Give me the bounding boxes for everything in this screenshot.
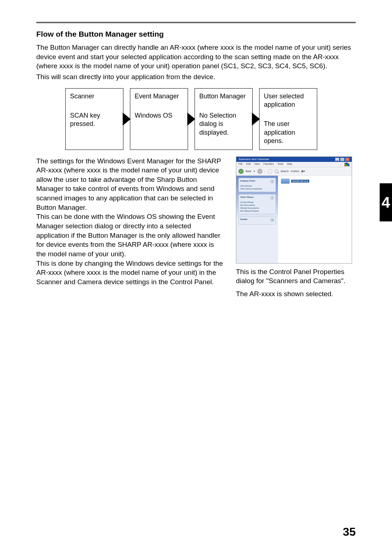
minimize-icon: _	[335, 158, 339, 161]
screenshot-scanners-cameras: Scanners and Cameras _ □ × File Edit Vie…	[236, 156, 352, 264]
flow-diagram: Scanner SCAN key pressed. Event Manager …	[65, 88, 356, 150]
collapse-icon: ^	[270, 196, 274, 200]
collapse-icon: ^	[270, 180, 274, 183]
menu-file: File	[238, 163, 242, 166]
side-item: Shared Documents	[240, 207, 274, 209]
menu-bar: File Edit View Favorites Tools Help	[236, 162, 352, 167]
close-icon: ×	[345, 158, 350, 161]
side-item: Get pictures	[240, 184, 274, 187]
flow-box-label: Scanner	[70, 92, 119, 101]
arrow-icon	[187, 113, 195, 126]
side-item: View device properties	[240, 187, 274, 190]
flow-box-label: Event Manager	[135, 92, 183, 101]
flow-box-event-manager: Event Manager Windows OS	[130, 88, 188, 150]
expand-icon: v	[270, 218, 274, 222]
flow-box-detail: SCAN key pressed.	[70, 111, 119, 128]
windows-flag-icon	[344, 163, 350, 166]
menu-edit: Edit	[246, 163, 250, 166]
views-icon: ▦▾	[301, 170, 305, 173]
body-paragraph: The settings for the Windows Event Manag…	[36, 156, 225, 212]
intro-paragraph-1: The Button Manager can directly handle a…	[36, 43, 356, 71]
toolbar-search-label: Search	[281, 170, 289, 172]
side-item: Control Panel	[240, 201, 274, 204]
flow-box-detail: No Selection dialog is displayed.	[199, 111, 248, 137]
side-item: My Documents	[240, 204, 274, 207]
main-panel: SHARP AR-xxxx	[278, 176, 352, 263]
device-item: SHARP AR-xxxx	[281, 179, 349, 184]
toolbar: Back ▾ - Search Folders ▦▾	[236, 167, 352, 176]
section-title: Flow of the Button Manager setting	[36, 30, 356, 38]
menu-view: View	[254, 163, 260, 166]
flow-box-detail: The user application opens.	[264, 120, 313, 145]
arrow-icon	[252, 113, 260, 126]
flow-box-detail: Windows OS	[135, 111, 183, 120]
body-paragraph: This is done by changing the Windows dev…	[36, 259, 225, 287]
toolbar-folders-label: Folders	[291, 170, 299, 172]
forward-icon	[257, 169, 262, 174]
maximize-icon: □	[340, 158, 344, 161]
screenshot-caption-1: This is the Control Panel Properties dia…	[236, 267, 356, 286]
flow-box-label: User selected application	[264, 92, 313, 109]
flow-box-label: Button Manager	[199, 92, 248, 101]
menu-tools: Tools	[277, 163, 283, 166]
left-text-column: The settings for the Windows Event Manag…	[36, 156, 225, 299]
toolbar-back-label: Back	[246, 170, 252, 172]
menu-favorites: Favorites	[263, 163, 274, 166]
right-column: Scanners and Cameras _ □ × File Edit Vie…	[236, 156, 356, 299]
flow-box-button-manager: Button Manager No Selection dialog is di…	[195, 88, 253, 150]
device-label: SHARP AR-xxxx	[291, 180, 309, 183]
up-icon	[268, 169, 273, 174]
body-paragraph: This can be done with the Windows OS sho…	[36, 212, 225, 258]
side-item: My Network Places	[240, 209, 274, 212]
menu-help: Help	[287, 163, 292, 166]
window-titlebar: Scanners and Cameras _ □ ×	[236, 157, 352, 162]
search-icon	[275, 170, 278, 173]
flow-box-user-app: User selected application The user appli…	[259, 88, 317, 150]
side-panel: Imaging Tasks ^ Get pictures View device…	[236, 176, 278, 263]
intro-paragraph-2: This will scan directly into your applic…	[36, 72, 356, 82]
side-section-title: Details	[240, 218, 248, 222]
side-section-title: Other Places	[240, 196, 254, 200]
header-divider	[36, 22, 356, 23]
page-number: 35	[343, 525, 356, 539]
back-icon	[238, 169, 244, 174]
chapter-tab: 4	[380, 183, 392, 221]
screenshot-caption-2: The AR-xxxx is shown selected.	[236, 289, 356, 299]
window-title: Scanners and Cameras	[238, 158, 269, 161]
arrow-icon	[123, 113, 131, 126]
side-section-title: Imaging Tasks	[240, 180, 255, 183]
scanner-icon	[281, 179, 290, 184]
flow-box-scanner: Scanner SCAN key pressed.	[65, 88, 123, 150]
